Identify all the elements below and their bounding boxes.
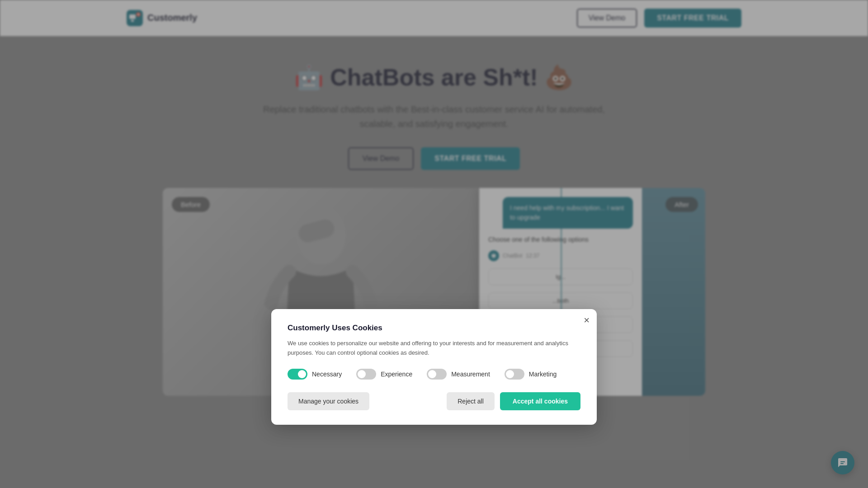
cookie-toggles: Necessary Experience Measurement Marketi… xyxy=(288,369,580,380)
cookie-close-button[interactable]: × xyxy=(584,315,590,325)
toggle-experience-label: Experience xyxy=(381,371,412,378)
toggle-measurement-switch[interactable] xyxy=(427,369,447,380)
toggle-experience: Experience xyxy=(356,369,412,380)
cookie-modal-overlay: × Customerly Uses Cookies We use cookies… xyxy=(0,0,868,488)
toggle-necessary-switch[interactable] xyxy=(288,369,307,380)
toggle-marketing: Marketing xyxy=(505,369,557,380)
cookie-actions: Manage your cookies Reject all Accept al… xyxy=(288,392,580,410)
toggle-measurement-label: Measurement xyxy=(451,371,490,378)
toggle-measurement: Measurement xyxy=(427,369,490,380)
cookie-title: Customerly Uses Cookies xyxy=(288,324,580,333)
toggle-marketing-label: Marketing xyxy=(529,371,557,378)
toggle-experience-switch[interactable] xyxy=(356,369,376,380)
reject-all-button[interactable]: Reject all xyxy=(447,392,495,410)
cookie-description: We use cookies to personalize our websit… xyxy=(288,339,580,358)
toggle-necessary-label: Necessary xyxy=(312,371,342,378)
toggle-necessary: Necessary xyxy=(288,369,342,380)
manage-cookies-button[interactable]: Manage your cookies xyxy=(288,392,369,410)
toggle-marketing-switch[interactable] xyxy=(505,369,524,380)
cookie-modal: × Customerly Uses Cookies We use cookies… xyxy=(271,309,597,425)
accept-all-button[interactable]: Accept all cookies xyxy=(500,392,580,410)
